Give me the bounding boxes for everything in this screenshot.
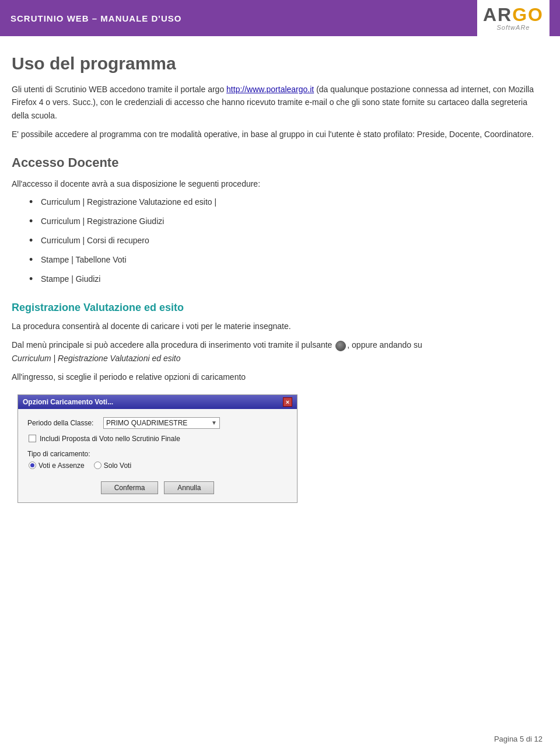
reg-text2-before: Dal menù principale si può accedere alla… xyxy=(12,340,334,349)
radio-item-voti-assenze[interactable]: Voti e Assenze xyxy=(29,462,85,470)
intro-paragraph: Gli utenti di Scrutinio WEB accedono tra… xyxy=(12,83,542,122)
periodo-select[interactable]: PRIMO QUADRIMESTRE ▼ xyxy=(103,417,220,429)
dialog-buttons: Conferma Annulla xyxy=(27,478,288,497)
intro-text1: Gli utenti di Scrutinio WEB accedono tra… xyxy=(12,85,226,94)
sub-heading-reg: Registrazione Valutazione ed esito xyxy=(12,302,542,314)
dialog-body: Periodo della Classe: PRIMO QUADRIMESTRE… xyxy=(18,409,297,502)
header-logo: ARGO SoftwARe xyxy=(477,0,550,36)
list-item: Curriculum | Corsi di recupero xyxy=(29,235,542,247)
radio-voti-assenze-label: Voti e Assenze xyxy=(38,462,85,470)
header-title: SCRUTINIO WEB – MANUALE D'USO xyxy=(10,13,181,23)
logo-ar: AR xyxy=(483,4,512,25)
periodo-select-value: PRIMO QUADRIMESTRE xyxy=(106,419,209,427)
section-accesso-heading: Accesso Docente xyxy=(12,155,542,170)
reg-text1: La procedura consentirà al docente di ca… xyxy=(12,320,542,333)
periodo-label: Periodo della Classe: xyxy=(27,419,103,427)
page-title: Uso del programma xyxy=(12,54,542,74)
list-item: Stampe | Tabellone Voti xyxy=(29,254,542,266)
dialog-box: Opzioni Caricamento Voti... × Periodo de… xyxy=(18,394,298,503)
logo-argo: ARGO xyxy=(483,5,544,24)
list-item: Curriculum | Registrazione Valutazione e… xyxy=(29,196,542,208)
reg-italic: Curriculum | Registrazione Valutazioni e… xyxy=(12,354,180,363)
radio-group: Voti e Assenze Solo Voti xyxy=(29,462,288,470)
dialog-title: Opzioni Caricamento Voti... xyxy=(23,398,113,406)
radio-item-solo-voti[interactable]: Solo Voti xyxy=(94,462,131,470)
logo-go: GO xyxy=(512,4,544,25)
checkbox-row: Includi Proposta di Voto nello Scrutinio… xyxy=(29,435,288,443)
confirm-button[interactable]: Conferma xyxy=(101,481,159,494)
chevron-down-icon: ▼ xyxy=(211,420,217,426)
intro-paragraph2: E' possibile accedere al programma con t… xyxy=(12,128,542,141)
list-item: Stampe | Giudizi xyxy=(29,273,542,285)
periodo-row: Periodo della Classe: PRIMO QUADRIMESTRE… xyxy=(27,417,288,429)
tipo-label: Tipo di caricamento: xyxy=(27,450,288,458)
includi-checkbox[interactable] xyxy=(29,435,36,442)
reg-text3: All'ingresso, si sceglie il periodo e re… xyxy=(12,370,542,383)
dialog-titlebar: Opzioni Caricamento Voti... × xyxy=(18,395,297,409)
reg-text2-after: , oppure andando su xyxy=(347,340,422,349)
accesso-intro: All'accesso il docente avrà a sua dispos… xyxy=(12,177,542,190)
dialog-screenshot: Opzioni Caricamento Voti... × Periodo de… xyxy=(18,394,542,503)
menu-icon xyxy=(335,341,346,351)
list-item: Curriculum | Registrazione Giudizi xyxy=(29,215,542,228)
reg-text2: Dal menù principale si può accedere alla… xyxy=(12,338,542,365)
dialog-close-button[interactable]: × xyxy=(283,397,292,407)
logo-software: SoftwARe xyxy=(497,24,530,31)
procedure-list: Curriculum | Registrazione Valutazione e… xyxy=(29,196,542,285)
radio-solo-voti[interactable] xyxy=(94,462,102,469)
page-footer: Pagina 5 di 12 xyxy=(494,735,542,743)
cancel-button[interactable]: Annulla xyxy=(164,481,214,494)
checkbox-label: Includi Proposta di Voto nello Scrutinio… xyxy=(40,435,180,443)
header: SCRUTINIO WEB – MANUALE D'USO ARGO Softw… xyxy=(0,0,560,36)
radio-solo-voti-label: Solo Voti xyxy=(104,462,131,470)
portaleargo-link[interactable]: http://www.portaleargo.it xyxy=(226,85,314,94)
content-area: Uso del programma Gli utenti di Scrutini… xyxy=(0,36,560,538)
radio-voti-assenze[interactable] xyxy=(29,462,36,469)
